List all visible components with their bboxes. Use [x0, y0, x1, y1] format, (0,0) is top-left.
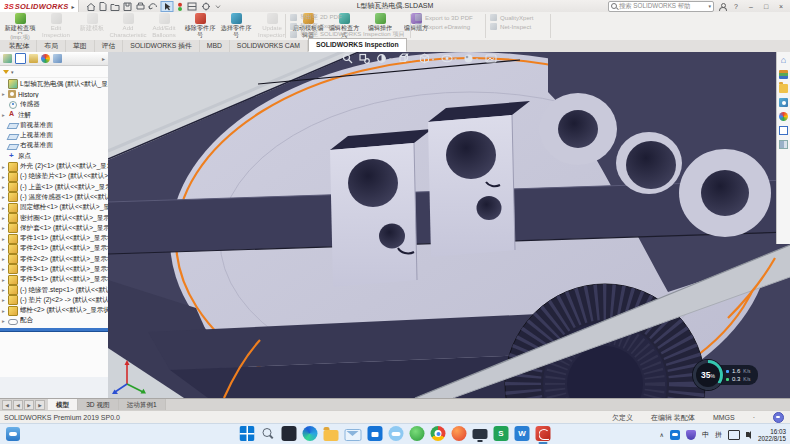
taskbar-app-icon[interactable]	[282, 426, 297, 441]
taskbar-app-icon[interactable]	[324, 430, 339, 441]
command-tab[interactable]: 装配体	[2, 40, 37, 52]
clock[interactable]: 16:03 2022/8/15	[758, 428, 786, 442]
headsup-caret[interactable]: ▾	[476, 56, 479, 62]
export-menu-item[interactable]: QualityXpert	[490, 14, 546, 22]
taskbar-app-icon[interactable]: S	[494, 426, 509, 441]
property-manager-tab-icon[interactable]	[15, 53, 26, 64]
command-tab[interactable]: 布局	[37, 40, 66, 52]
hide-show-items-icon[interactable]	[441, 53, 453, 64]
feature-tree-item[interactable]: ▸ (-) 上盖<1> (默认<<默认>_显示状态	[0, 182, 108, 192]
rollback-bar[interactable]	[0, 328, 108, 331]
export-menu-item[interactable]: 导出至 2D PDF	[290, 14, 406, 22]
ribbon-button[interactable]: Add/Edit Balloons	[146, 12, 182, 40]
feature-tree-item[interactable]: ▸ (-) 温度传感器<1> (默认<<默认>_显	[0, 192, 108, 202]
feature-tree-item[interactable]: ▸ (-) 绝缘管.step<1> (默认<<默认>_显	[0, 285, 108, 295]
feature-tree-item[interactable]: ▸ 固定螺栓<1> (默认<<默认>_显示状	[0, 203, 108, 213]
feature-tree-item[interactable]: ▸ 密封圈<1> (默认<<默认>_显示状态	[0, 213, 108, 223]
design-library-icon[interactable]	[779, 70, 788, 79]
minimize-button[interactable]: –	[746, 3, 756, 10]
ime-language-indicator[interactable]: 中	[702, 430, 709, 440]
headsup-caret[interactable]: ▾	[389, 56, 392, 62]
command-tab[interactable]: SOLIDWORKS CAM	[230, 40, 308, 52]
print-icon[interactable]	[137, 3, 144, 9]
search-box[interactable]: 搜索 SOLIDWORKS 帮助 ▾	[608, 1, 714, 12]
feature-tree-item[interactable]: ▸ 零件3<1> (默认<<默认>_显示状态	[0, 264, 108, 274]
maximize-button[interactable]: □	[761, 3, 771, 10]
feature-tree-item[interactable]: ▸ 螺栓<2> (默认<<默认>_显示状态	[0, 306, 108, 316]
ribbon-button[interactable]: 移除零件序号	[182, 12, 218, 40]
security-shield-icon[interactable]	[686, 430, 696, 440]
export-menu-item[interactable]: Export to 3D PDF	[415, 14, 481, 22]
taskbar-app-icon[interactable]	[240, 426, 255, 441]
taskbar-app-icon[interactable]	[389, 426, 404, 441]
command-tab[interactable]: SOLIDWORKS 插件	[123, 40, 200, 52]
feature-tree-item[interactable]: ▸ 配合	[0, 316, 108, 326]
resources-home-icon[interactable]: ⌂	[779, 56, 788, 65]
feature-tree-item[interactable]: ▸ L型轴瓦热电偶 (默认<默认_显示状态-1>)	[0, 79, 108, 89]
display-style-icon[interactable]	[419, 53, 430, 64]
command-tab[interactable]: MBD	[200, 40, 230, 52]
feature-tree-item[interactable]: ▸ 注解	[0, 110, 108, 120]
feature-tree-item[interactable]: ▸ 保护套<1> (默认<<默认>_显示状态	[0, 223, 108, 233]
dimxpert-manager-tab-icon[interactable]	[53, 54, 62, 63]
feedback-chat-icon[interactable]	[773, 412, 784, 423]
custom-properties-icon[interactable]	[779, 126, 788, 135]
feature-tree-item[interactable]: ▸ History	[0, 89, 108, 99]
feature-tree-item[interactable]: ▸ 右视基准面	[0, 141, 108, 151]
tab-scroll-buttons[interactable]: ◀ ◀ ▶ ▶	[2, 400, 45, 410]
taskbar-app-icon[interactable]	[368, 426, 383, 441]
ribbon-button[interactable]: 新建检查项目 (imp;项)	[2, 12, 38, 40]
cast-screen-icon[interactable]	[728, 430, 740, 440]
tab-scroll-prev[interactable]: ◀	[13, 400, 23, 410]
tab-scroll-next[interactable]: ▶	[24, 400, 34, 410]
zoom-fit-icon[interactable]	[342, 53, 353, 64]
section-view-icon[interactable]	[376, 53, 387, 64]
search-caret-icon[interactable]: ▾	[708, 3, 711, 9]
feature-tree-item[interactable]: ▸ 传感器	[0, 100, 108, 110]
headsup-caret[interactable]: ▾	[432, 56, 435, 62]
command-tab[interactable]: 草图	[66, 40, 95, 52]
scene-icon[interactable]	[485, 53, 497, 64]
feature-tree-item[interactable]: ▸ 原点	[0, 151, 108, 161]
export-menu-item[interactable]: Export eDrawing	[415, 23, 481, 31]
home-icon[interactable]	[87, 3, 95, 10]
export-menu-item[interactable]: 导出至 Excel	[290, 23, 406, 31]
ribbon-button[interactable]: 新建模板	[74, 12, 110, 40]
tray-overflow-caret[interactable]: ∧	[660, 431, 664, 438]
feature-tree-item[interactable]: ▸ 前视基准面	[0, 120, 108, 130]
solidworks-logo[interactable]: 3S SOLIDWORKS ▸	[0, 0, 79, 12]
ribbon-button[interactable]: Edit Inspection Project	[38, 12, 74, 40]
new-doc-icon[interactable]	[100, 2, 106, 10]
widgets-icon[interactable]	[6, 427, 20, 441]
options-gear-icon[interactable]	[203, 3, 209, 9]
appearances-icon[interactable]	[463, 53, 474, 64]
filter-funnel-icon[interactable]	[3, 70, 9, 74]
taskbar-app-icon[interactable]	[473, 429, 488, 439]
qa-dropdown-caret[interactable]	[216, 5, 220, 8]
taskbar-app-icon[interactable]: W	[515, 426, 530, 441]
menu-flyout-arrow[interactable]: ▸	[71, 3, 74, 10]
login-person-icon[interactable]	[719, 3, 726, 10]
filter-caret-icon[interactable]: ▾	[11, 69, 14, 75]
headsup-caret[interactable]: ▾	[455, 56, 458, 62]
taskbar-app-icon[interactable]	[345, 429, 362, 441]
feature-tree-item[interactable]: ▸ 零件5<1> (默认<<默认>_显示状态	[0, 275, 108, 285]
feature-tree-item[interactable]: ▸ (-) 绝缘垫片<1> (默认<<默认>_显示	[0, 172, 108, 182]
ime-mode-indicator[interactable]: 拼	[715, 430, 722, 440]
feature-tree-item[interactable]: ▸ 零件2<2> (默认<<默认>_显示状态	[0, 254, 108, 264]
appearances-scenes-icon[interactable]	[779, 112, 788, 121]
taskbar-app-icon[interactable]	[261, 426, 276, 441]
performance-green-icon[interactable]	[178, 7, 182, 11]
view-palette-icon[interactable]	[779, 98, 788, 107]
export-menu-item[interactable]: Net-Inspect	[490, 23, 546, 31]
close-button[interactable]: ×	[776, 3, 786, 10]
tab-scroll-first[interactable]: ◀	[2, 400, 12, 410]
undo-icon[interactable]	[149, 3, 157, 8]
ribbon-button[interactable]: Add Characteristic	[110, 12, 146, 40]
feature-tree-item[interactable]: ▸ (-) 垫片 (2)<2> -> (默认<<默认>_显	[0, 295, 108, 305]
file-explorer-icon[interactable]	[779, 84, 788, 93]
feature-tree-item[interactable]: ▸ 零件2<1> (默认<<默认>_显示状态	[0, 244, 108, 254]
tab-scroll-last[interactable]: ▶	[35, 400, 45, 410]
headsup-caret[interactable]: ▾	[411, 56, 414, 62]
feature-tree-item[interactable]: ▸ 零件1<1> (默认<<默认>_显示状态	[0, 233, 108, 243]
